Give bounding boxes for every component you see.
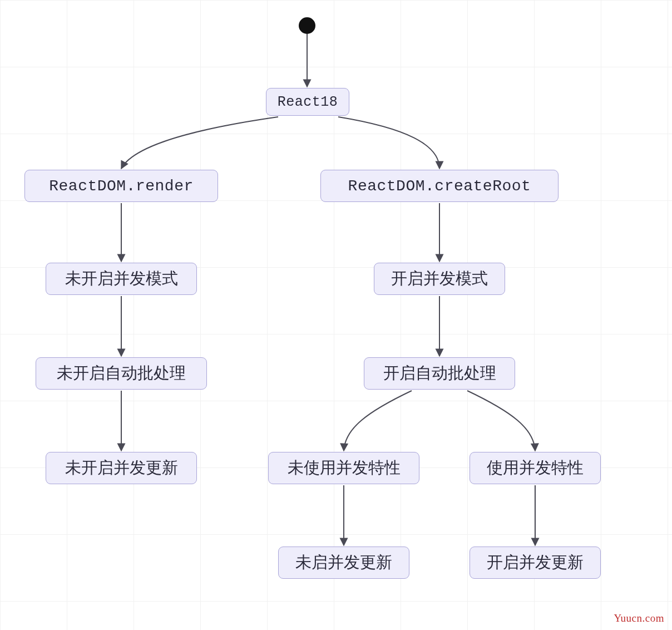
- node-no-concurrent-feature: 未使用并发特性: [268, 452, 419, 484]
- node-concurrent-update: 开启并发更新: [470, 547, 601, 579]
- node-createroot: ReactDOM.createRoot: [320, 170, 559, 202]
- node-react18: React18: [266, 88, 349, 116]
- node-no-concurrent-mode: 未开启并发模式: [46, 263, 197, 295]
- node-no-auto-batch: 未开启自动批处理: [36, 357, 207, 390]
- node-concurrent-mode: 开启并发模式: [374, 263, 505, 295]
- watermark-text: Yuucn.com: [614, 612, 664, 624]
- start-node: [299, 17, 315, 34]
- node-render: ReactDOM.render: [24, 170, 218, 202]
- node-auto-batch: 开启自动批处理: [364, 357, 515, 390]
- node-concurrent-feature: 使用并发特性: [470, 452, 601, 484]
- node-no-concurrent-update-left: 未开启并发更新: [46, 452, 197, 484]
- node-no-concurrent-update-right: 未启并发更新: [278, 547, 409, 579]
